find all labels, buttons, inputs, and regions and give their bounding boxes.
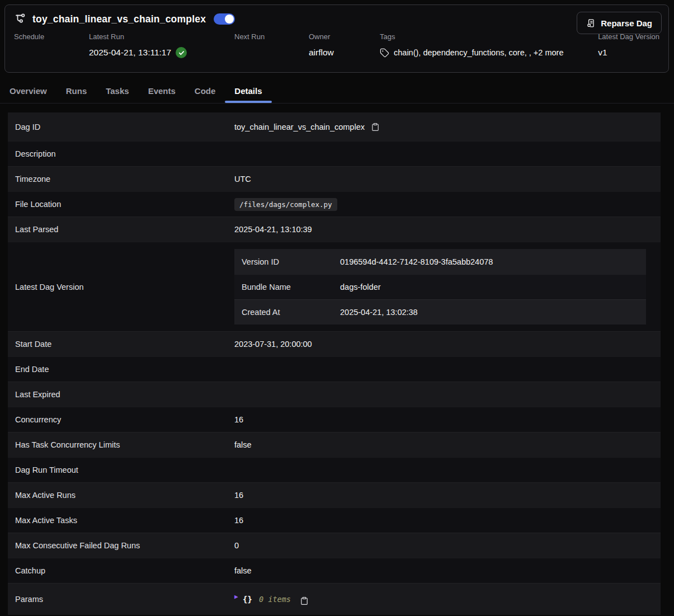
- file-location-path: /files/dags/complex.py: [234, 198, 337, 211]
- table-row-timezone: Timezone UTC: [8, 166, 661, 191]
- table-row-description: Description: [8, 141, 661, 166]
- row-label: Max Active Runs: [8, 491, 234, 500]
- nested-row-bundle-name: Bundle Name dags-folder: [234, 274, 646, 299]
- dag-pause-toggle[interactable]: [214, 13, 235, 25]
- stat-owner: Owner airflow: [309, 32, 380, 58]
- params-item-count: 0 items: [259, 595, 291, 604]
- latest-dag-version-value: v1: [598, 47, 659, 58]
- nested-row-label: Created At: [234, 308, 340, 317]
- success-check-icon: [176, 47, 187, 58]
- table-row-last-parsed: Last Parsed 2025-04-21, 13:10:39: [8, 217, 661, 242]
- tab-details[interactable]: Details: [225, 78, 271, 103]
- dag-title-row: toy_chain_linear_vs_chain_complex: [5, 5, 668, 26]
- tags-value[interactable]: chain(), dependency_functions, core, , +…: [380, 47, 598, 58]
- dag-details-table: Dag ID toy_chain_linear_vs_chain_complex…: [8, 112, 661, 615]
- tab-tasks[interactable]: Tasks: [96, 78, 138, 103]
- row-label: Last Parsed: [8, 225, 234, 234]
- row-label: Max Consecutive Failed Dag Runs: [8, 541, 234, 550]
- params-json-viewer: ▶ {} 0 items: [234, 595, 309, 604]
- nested-row-label: Bundle Name: [234, 283, 340, 291]
- next-run-value: [234, 47, 309, 58]
- row-label: Concurrency: [8, 415, 234, 424]
- dag-stats-row: Schedule Latest Run 2025-04-21, 13:11:17…: [5, 26, 668, 58]
- max-consecutive-failed-dag-runs-value: 0: [234, 541, 661, 550]
- tags-list-text: chain(), dependency_functions, core, , +…: [394, 48, 563, 57]
- row-label: Timezone: [8, 175, 234, 184]
- table-row-max-consecutive-failed-dag-runs: Max Consecutive Failed Dag Runs 0: [8, 533, 661, 558]
- dag-header-card: toy_chain_linear_vs_chain_complex Repars…: [4, 4, 669, 73]
- reparse-dag-button[interactable]: Reparse Dag: [577, 12, 662, 34]
- json-expand-arrow-icon[interactable]: ▶: [234, 594, 238, 600]
- table-row-has-task-concurrency-limits: Has Task Concurrency Limits false: [8, 432, 661, 457]
- dag-icon: [14, 12, 27, 26]
- row-label: Last Expired: [8, 390, 234, 399]
- max-active-tasks-value: 16: [234, 516, 661, 525]
- start-date-value: 2023-07-31, 20:00:00: [234, 340, 661, 349]
- table-row-dag-id: Dag ID toy_chain_linear_vs_chain_complex: [8, 112, 661, 141]
- dag-title: toy_chain_linear_vs_chain_complex: [32, 13, 206, 25]
- row-label: End Date: [8, 365, 234, 374]
- toggle-knob: [225, 15, 234, 23]
- nested-row-version-id: Version ID 0196594d-4412-7142-8109-3fa5a…: [234, 249, 646, 274]
- bundle-name-value: dags-folder: [340, 283, 646, 291]
- row-label: Dag Run Timeout: [8, 465, 234, 474]
- table-row-latest-dag-version: Latest Dag Version Version ID 0196594d-4…: [8, 242, 661, 331]
- dag-id-value: toy_chain_linear_vs_chain_complex: [234, 123, 365, 131]
- stat-latest-run: Latest Run 2025-04-21, 13:11:17: [89, 32, 234, 58]
- stat-schedule: Schedule: [14, 32, 89, 58]
- stat-latest-dag-version: Latest Dag Version v1: [598, 32, 659, 58]
- stat-next-run: Next Run: [234, 32, 309, 58]
- concurrency-value: 16: [234, 415, 661, 424]
- row-label: Params: [8, 595, 234, 604]
- table-row-concurrency: Concurrency 16: [8, 407, 661, 432]
- max-active-runs-value: 16: [234, 491, 661, 500]
- reparse-dag-label: Reparse Dag: [601, 18, 652, 28]
- latest-dag-version-table: Version ID 0196594d-4412-7142-8109-3fa5a…: [234, 249, 646, 325]
- tag-icon: [380, 48, 389, 58]
- row-label: Description: [8, 149, 234, 158]
- row-label: Latest Dag Version: [8, 283, 234, 291]
- row-label: Dag ID: [8, 123, 234, 131]
- created-at-value: 2025-04-21, 13:02:38: [340, 308, 646, 317]
- params-braces: {}: [243, 595, 252, 604]
- tab-code[interactable]: Code: [185, 78, 225, 103]
- dag-tabbar: Overview Runs Tasks Events Code Details: [0, 78, 674, 104]
- schedule-value: [14, 47, 89, 58]
- tab-overview[interactable]: Overview: [0, 78, 56, 103]
- row-label: Start Date: [8, 340, 234, 349]
- table-row-catchup: Catchup false: [8, 558, 661, 583]
- row-label: Has Task Concurrency Limits: [8, 440, 234, 449]
- row-label: File Location: [8, 200, 234, 209]
- owner-label: Owner: [309, 32, 380, 41]
- table-row-max-active-runs: Max Active Runs 16: [8, 482, 661, 507]
- catchup-value: false: [234, 566, 661, 575]
- schedule-label: Schedule: [14, 32, 89, 41]
- table-row-end-date: End Date: [8, 356, 661, 382]
- latest-run-label: Latest Run: [89, 32, 234, 41]
- table-row-dag-run-timeout: Dag Run Timeout: [8, 457, 661, 482]
- has-task-concurrency-limits-value: false: [234, 440, 661, 449]
- last-parsed-value: 2025-04-21, 13:10:39: [234, 225, 661, 234]
- stat-tags: Tags chain(), dependency_functions, core…: [380, 32, 598, 58]
- row-label: Catchup: [8, 566, 234, 575]
- copy-params-icon[interactable]: [300, 596, 309, 605]
- row-label: Max Active Tasks: [8, 516, 234, 525]
- nested-row-label: Version ID: [234, 257, 340, 266]
- next-run-label: Next Run: [234, 32, 309, 41]
- table-row-last-expired: Last Expired: [8, 382, 661, 407]
- timezone-value: UTC: [234, 175, 661, 184]
- latest-run-value[interactable]: 2025-04-21, 13:11:17: [89, 47, 234, 58]
- table-row-start-date: Start Date 2023-07-31, 20:00:00: [8, 331, 661, 356]
- latest-run-timestamp: 2025-04-21, 13:11:17: [89, 48, 171, 58]
- owner-value: airflow: [309, 47, 380, 58]
- version-id-value: 0196594d-4412-7142-8109-3fa5abb24078: [340, 257, 646, 266]
- table-row-max-active-tasks: Max Active Tasks 16: [8, 507, 661, 533]
- table-row-file-location: File Location /files/dags/complex.py: [8, 191, 661, 217]
- tab-runs[interactable]: Runs: [56, 78, 97, 103]
- tags-label: Tags: [380, 32, 598, 41]
- copy-dag-id-icon[interactable]: [371, 123, 380, 131]
- nested-row-created-at: Created At 2025-04-21, 13:02:38: [234, 299, 646, 325]
- table-row-params: Params ▶ {} 0 items: [8, 583, 661, 615]
- reparse-dag-icon: [586, 18, 596, 28]
- tab-events[interactable]: Events: [139, 78, 185, 103]
